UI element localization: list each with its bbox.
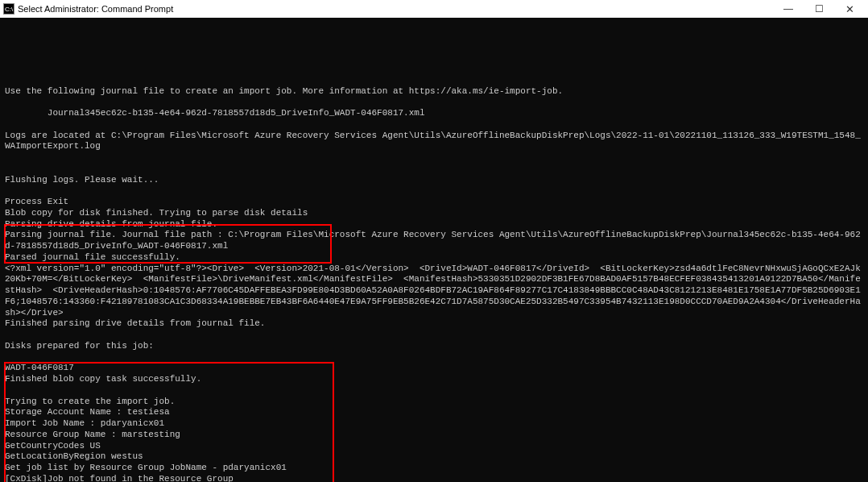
terminal-line: GetCountryCodes US <box>5 441 863 452</box>
terminal-area[interactable]: Use the following journal file to create… <box>0 18 868 482</box>
terminal-line <box>5 385 863 397</box>
terminal-line: <?xml version="1.0" encoding="utf-8"?><D… <box>5 264 863 319</box>
terminal-line: Use the following journal file to create… <box>5 86 863 98</box>
titlebar-left: C:\ Select Administrator: Command Prompt <box>3 3 173 15</box>
terminal-line: Parsing journal file. Journal file path … <box>5 230 863 252</box>
terminal-line: WADT-046F0817 <box>5 363 863 374</box>
terminal-line: Get job list by Resource Group JobName -… <box>5 463 863 474</box>
terminal-line <box>5 97 863 108</box>
terminal-line <box>5 119 863 131</box>
terminal-line: Parsing drive details from journal file. <box>5 219 863 231</box>
titlebar: C:\ Select Administrator: Command Prompt… <box>0 0 868 18</box>
terminal-line: Storage Account Name : testiesa <box>5 407 863 418</box>
terminal-line: Process Exit <box>5 197 863 208</box>
terminal-line: Blob copy for disk finished. Trying to p… <box>5 208 863 219</box>
terminal-line: Parsed journal file successfully. <box>5 252 863 264</box>
terminal-line: Import Job Name : pdaryanicx01 <box>5 418 863 430</box>
terminal-line <box>5 330 863 341</box>
terminal-line: Resource Group Name : marstesting <box>5 430 863 441</box>
minimize-button[interactable]: — <box>773 0 804 18</box>
terminal-line: GetLocationByRegion westus <box>5 451 863 463</box>
terminal-line: Journal345ec62c-b135-4e64-962d-7818557d1… <box>5 108 863 119</box>
terminal-line: Flushing logs. Please wait... <box>5 175 863 186</box>
terminal-line: Disks prepared for this job: <box>5 341 863 352</box>
terminal-line: Finished blob copy task successfully. <box>5 374 863 385</box>
window-title: Select Administrator: Command Prompt <box>18 4 173 14</box>
terminal-line: Logs are located at C:\Program Files\Mic… <box>5 131 863 153</box>
terminal-line <box>5 185 863 197</box>
terminal-line <box>5 152 863 164</box>
terminal-line <box>5 164 863 175</box>
terminal-line <box>5 352 863 364</box>
terminal-line: [CxDisk]Job not found in the Resource Gr… <box>5 474 863 482</box>
terminal-line: Trying to create the import job. <box>5 397 863 408</box>
cmd-icon: C:\ <box>3 3 14 15</box>
terminal-line: Finished parsing drive details from jour… <box>5 318 863 330</box>
titlebar-controls: — ☐ ✕ <box>773 0 865 18</box>
maximize-button[interactable]: ☐ <box>804 0 834 18</box>
close-button[interactable]: ✕ <box>834 0 865 18</box>
